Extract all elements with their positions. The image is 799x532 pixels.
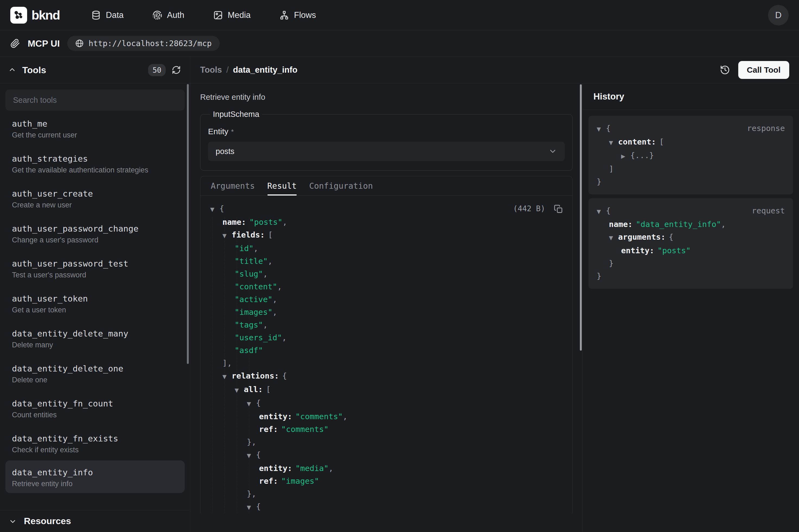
breadcrumb-current: data_entity_info	[233, 65, 298, 75]
json-line: ▼{	[597, 122, 785, 136]
json-line: ▼all:[	[210, 383, 563, 397]
json-line: }	[597, 175, 785, 188]
json-line: ],	[210, 357, 563, 369]
search-input[interactable]	[5, 90, 185, 111]
tool-list-item-data_entity_delete_one[interactable]: data_entity_delete_one Delete one	[5, 356, 185, 391]
expand-arrow-icon[interactable]: ▼	[222, 229, 232, 242]
mcp-url: http://localhost:28623/mcp	[89, 39, 212, 48]
expand-arrow-icon[interactable]: ▼	[609, 136, 618, 149]
tool-name: data_entity_delete_one	[12, 364, 178, 373]
expand-arrow-icon[interactable]: ▼	[247, 449, 256, 462]
nav-label: Flows	[294, 10, 316, 20]
json-line: "tags",	[210, 319, 563, 331]
topbar: bknd Data Auth	[0, 0, 799, 31]
nav-item-data[interactable]: Data	[91, 10, 123, 20]
chevron-up-icon	[8, 66, 16, 74]
history-panel: History response ▼{▼content:[▶{...}]} re…	[583, 83, 799, 532]
logo-text: bknd	[32, 7, 60, 22]
globe-icon	[75, 39, 83, 48]
tool-name: auth_user_password_change	[12, 224, 178, 233]
database-icon	[91, 10, 101, 20]
entity-field-label: Entity*	[208, 127, 565, 136]
sidebar-scrollbar[interactable]	[187, 84, 189, 364]
tab-arguments[interactable]: Arguments	[211, 176, 255, 195]
tool-description: Get the current user	[12, 131, 178, 139]
workflow-icon	[279, 10, 289, 20]
call-tool-button[interactable]: Call Tool	[738, 61, 789, 79]
sidebar: Tools 50 auth_me Get the current user au…	[0, 57, 190, 532]
tool-list-item-data_entity_fn_exists[interactable]: data_entity_fn_exists Check if entity ex…	[5, 425, 185, 460]
json-line: ▼{	[597, 205, 785, 218]
json-line: },	[210, 488, 563, 500]
refresh-icon[interactable]	[172, 65, 181, 75]
tool-description: Delete many	[12, 341, 178, 349]
json-line: ▼{	[210, 202, 563, 216]
expand-arrow-icon[interactable]: ▼	[222, 370, 232, 383]
tool-name: data_entity_fn_exists	[12, 434, 178, 443]
json-line: ]	[597, 163, 785, 175]
expand-arrow-icon[interactable]: ▼	[597, 123, 606, 136]
expand-arrow-icon[interactable]: ▼	[597, 205, 606, 218]
collapsed-arrow-icon[interactable]: ▶	[621, 150, 630, 163]
header-actions: Call Tool	[720, 61, 789, 79]
tool-name: data_entity_fn_count	[12, 399, 178, 408]
json-line: "asdf"	[210, 344, 563, 357]
main-scrollbar[interactable]	[580, 84, 582, 350]
tool-list-item-data_entity_delete_many[interactable]: data_entity_delete_many Delete many	[5, 321, 185, 356]
mcp-ui-title: MCP UI	[28, 38, 60, 49]
json-line: ▼{	[210, 397, 563, 410]
entity-select[interactable]: posts	[208, 141, 565, 161]
json-line: }	[597, 270, 785, 283]
user-avatar[interactable]: D	[768, 5, 789, 25]
tool-list-item-auth_user_password_change[interactable]: auth_user_password_change Change a user'…	[5, 215, 185, 250]
tool-list-item-data_entity_info[interactable]: data_entity_info Retrieve entity info	[5, 460, 185, 493]
tab-configuration[interactable]: Configuration	[309, 176, 373, 195]
nav-item-auth[interactable]: Auth	[152, 10, 185, 20]
tools-section-header[interactable]: Tools 50	[0, 57, 190, 83]
nav-label: Media	[228, 10, 251, 20]
tool-list-item-auth_user_token[interactable]: auth_user_token Get a user token	[5, 286, 185, 321]
tool-name: auth_user_password_test	[12, 259, 178, 268]
breadcrumb-section[interactable]: Tools	[200, 65, 222, 75]
expand-arrow-icon[interactable]: ▼	[247, 398, 256, 410]
mcp-url-pill[interactable]: http://localhost:28623/mcp	[67, 36, 220, 51]
tool-list-item-auth_strategies[interactable]: auth_strategies Get the available authen…	[5, 146, 185, 180]
tab-result[interactable]: Result	[267, 176, 297, 195]
tools-list: auth_me Get the current user auth_strate…	[0, 83, 190, 510]
tool-list-item-auth_user_create[interactable]: auth_user_create Create a new user	[5, 180, 185, 215]
tool-list-item-auth_user_password_test[interactable]: auth_user_password_test Test a user's pa…	[5, 250, 185, 286]
tool-list-item-auth_me[interactable]: auth_me Get the current user	[5, 111, 185, 146]
history-entry-response[interactable]: response ▼{▼content:[▶{...}]}	[589, 116, 793, 194]
nav-item-flows[interactable]: Flows	[279, 10, 316, 20]
history-clock-icon[interactable]	[720, 65, 730, 75]
entity-select-value: posts	[216, 147, 234, 156]
history-entry-json: ▼{▼content:[▶{...}]}	[597, 122, 785, 188]
json-line: ref:"images"	[210, 475, 563, 488]
nav-label: Data	[106, 10, 123, 20]
tool-name: data_entity_info	[12, 468, 178, 477]
tool-list-item-data_entity_fn_count[interactable]: data_entity_fn_count Count entities	[5, 391, 185, 425]
input-schema-fieldset: InputSchema Entity* posts	[200, 110, 573, 171]
history-title: History	[583, 83, 799, 110]
json-line: entity:"comments",	[210, 410, 563, 423]
json-line: "active",	[210, 293, 563, 306]
expand-arrow-icon[interactable]: ▼	[609, 232, 618, 244]
json-line: "users_id",	[210, 331, 563, 344]
tool-name: auth_me	[12, 119, 178, 129]
resources-section-header[interactable]: Resources	[0, 510, 190, 532]
json-line: "id",	[210, 242, 563, 255]
result-size: (442 B)	[513, 202, 545, 215]
json-line: ▶{...}	[597, 149, 785, 163]
history-entry-request[interactable]: request ▼{name:"data_entity_info",▼argum…	[589, 198, 793, 289]
app-logo[interactable]: bknd	[10, 7, 60, 24]
expand-arrow-icon[interactable]: ▼	[247, 501, 256, 513]
expand-arrow-icon[interactable]: ▼	[210, 203, 220, 216]
tool-name: data_entity_delete_many	[12, 329, 178, 338]
nav-item-media[interactable]: Media	[213, 10, 251, 20]
expand-arrow-icon[interactable]: ▼	[234, 384, 244, 397]
json-line: "slug",	[210, 268, 563, 280]
tool-description: Get a user token	[12, 306, 178, 314]
json-line: entity:"posts"	[597, 244, 785, 257]
copy-icon[interactable]	[554, 205, 563, 214]
input-schema-legend: InputSchema	[210, 110, 262, 119]
